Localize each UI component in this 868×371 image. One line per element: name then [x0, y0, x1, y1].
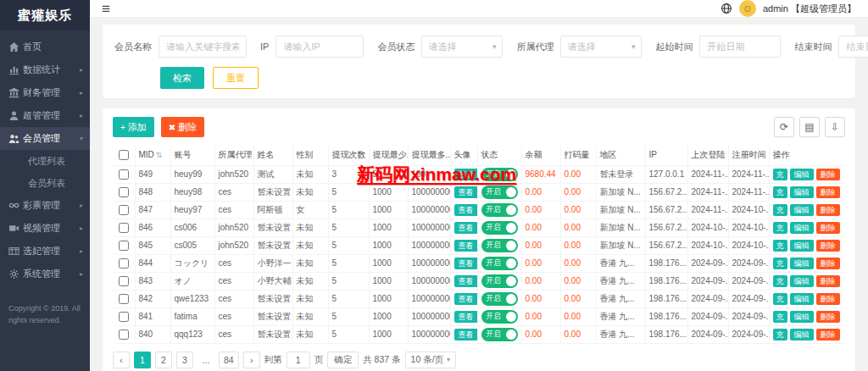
menu-toggle-icon[interactable]: ≡ [102, 2, 110, 16]
edit-button[interactable]: 编辑 [790, 240, 814, 252]
page-button-1[interactable]: 1 [134, 352, 151, 368]
recharge-button[interactable]: 充 [773, 204, 787, 216]
prev-page-button[interactable]: ‹ [113, 352, 130, 368]
filter-input-ip[interactable] [275, 36, 364, 58]
jump-confirm-button[interactable]: 确定 [327, 352, 359, 368]
filter-select-agent[interactable]: 请选择▾ [560, 36, 642, 58]
column-header-IP[interactable]: IP [645, 145, 687, 165]
recharge-button[interactable]: 充 [773, 186, 787, 198]
filter-select-status[interactable]: 请选择▾ [421, 36, 503, 58]
row-checkbox[interactable] [119, 312, 129, 322]
export-icon[interactable]: ⇩ [825, 117, 845, 137]
view-avatar-button[interactable]: 查看 [454, 186, 478, 198]
user-avatar[interactable]: ☺ [739, 0, 756, 17]
row-checkbox[interactable] [119, 329, 129, 340]
row-checkbox[interactable] [119, 241, 129, 251]
column-header-注册时间[interactable]: 注册时间 [728, 145, 769, 165]
jump-page-input[interactable] [287, 352, 310, 368]
recharge-button[interactable]: 充 [773, 169, 787, 180]
search-button[interactable]: 检索 [160, 67, 204, 89]
column-header-姓名[interactable]: 姓名 [253, 145, 292, 165]
sidebar-item-agent-list[interactable]: 代理列表 [0, 150, 90, 172]
page-button-3[interactable]: 3 [176, 352, 193, 368]
row-checkbox[interactable] [119, 276, 129, 286]
status-toggle[interactable]: 开启 [481, 310, 518, 324]
column-header-打码量[interactable]: 打码量 [560, 145, 596, 165]
edit-button[interactable]: 编辑 [790, 169, 814, 180]
edit-button[interactable]: 编辑 [790, 275, 814, 287]
reset-button[interactable]: 重置 [213, 67, 259, 89]
delete-button[interactable]: 删除 [816, 204, 840, 216]
view-avatar-button[interactable]: 查看 [454, 222, 478, 234]
delete-button[interactable]: 删除 [816, 275, 840, 287]
filter-input-start-time[interactable] [699, 36, 781, 58]
status-toggle[interactable]: 开启 [481, 168, 518, 181]
delete-button[interactable]: 删除 [816, 329, 840, 341]
view-avatar-button[interactable]: 查看 [454, 204, 478, 216]
view-avatar-button[interactable]: 查看 [454, 240, 478, 252]
filter-input-member-name[interactable] [159, 36, 247, 58]
row-checkbox[interactable] [119, 223, 129, 233]
delete-button[interactable]: 删除 [816, 222, 840, 234]
status-toggle[interactable]: 开启 [481, 203, 518, 217]
batch-delete-button[interactable]: ✖删除 [161, 117, 204, 137]
recharge-button[interactable]: 充 [773, 311, 787, 323]
next-page-button[interactable]: › [243, 352, 260, 368]
row-checkbox[interactable] [119, 187, 129, 197]
view-avatar-button[interactable]: 查看 [454, 311, 478, 323]
view-avatar-button[interactable]: 查看 [454, 329, 478, 341]
sort-icon[interactable]: ⇅ [156, 151, 163, 159]
edit-button[interactable]: 编辑 [790, 311, 814, 323]
sidebar-item-lottery[interactable]: 彩票管理▸ [0, 194, 90, 217]
status-toggle[interactable]: 开启 [481, 239, 518, 252]
column-header-性别[interactable]: 性别 [292, 145, 328, 165]
column-header-所属代理[interactable]: 所属代理 [214, 145, 253, 165]
column-header-余额[interactable]: 余额 [521, 145, 560, 165]
edit-button[interactable]: 编辑 [790, 293, 814, 305]
page-size-select[interactable]: 10 条/页▾ [405, 352, 457, 368]
row-checkbox[interactable] [119, 169, 129, 180]
sidebar-item-system[interactable]: 系统管理▸ [0, 263, 90, 285]
delete-button[interactable]: 删除 [816, 257, 840, 269]
sidebar-item-members[interactable]: 会员管理▾ [0, 127, 90, 150]
recharge-button[interactable]: 充 [773, 240, 787, 252]
column-header-提现最少...[interactable]: 提现最少... [369, 145, 408, 165]
column-header-MID[interactable]: MID⇅ [135, 145, 170, 165]
user-label[interactable]: admin 【超级管理员】 [763, 3, 856, 15]
view-avatar-button[interactable]: 查看 [454, 293, 478, 305]
select-all-checkbox[interactable] [119, 150, 129, 160]
delete-button[interactable]: 删除 [816, 169, 840, 180]
status-toggle[interactable]: 开启 [481, 274, 518, 288]
add-button[interactable]: +添加 [113, 117, 154, 137]
row-checkbox[interactable] [119, 294, 129, 304]
sidebar-item-home[interactable]: 首页 [0, 36, 90, 58]
sidebar-item-admin[interactable]: 超管管理▸ [0, 104, 90, 127]
edit-button[interactable]: 编辑 [790, 186, 814, 198]
view-avatar-button[interactable]: 查看 [454, 169, 478, 180]
sidebar-item-member-list[interactable]: 会员列表 [0, 172, 90, 194]
column-header-上次登陆[interactable]: 上次登陆 [687, 145, 728, 165]
view-avatar-button[interactable]: 查看 [454, 257, 478, 269]
delete-button[interactable]: 删除 [816, 293, 840, 305]
column-header-操作[interactable]: 操作 [769, 145, 845, 165]
status-toggle[interactable]: 开启 [481, 292, 518, 306]
status-toggle[interactable]: 开启 [481, 257, 518, 270]
delete-button[interactable]: 删除 [816, 186, 840, 198]
column-header-提现最多...[interactable]: 提现最多... [408, 145, 450, 165]
column-header-提现次数[interactable]: 提现次数 [328, 145, 369, 165]
sidebar-item-video[interactable]: 视频管理▸ [0, 217, 90, 240]
status-toggle[interactable]: 开启 [481, 186, 518, 199]
edit-button[interactable]: 编辑 [790, 204, 814, 216]
columns-icon[interactable]: ▤ [799, 117, 820, 137]
recharge-button[interactable]: 充 [773, 275, 787, 287]
row-checkbox[interactable] [119, 258, 129, 269]
delete-button[interactable]: 删除 [816, 311, 840, 323]
edit-button[interactable]: 编辑 [790, 257, 814, 269]
recharge-button[interactable]: 充 [773, 257, 787, 269]
delete-button[interactable]: 删除 [816, 240, 840, 252]
page-button-84[interactable]: 84 [219, 352, 239, 368]
page-button-2[interactable]: 2 [155, 352, 172, 368]
language-globe-icon[interactable] [721, 3, 732, 14]
sidebar-item-stats[interactable]: 数据统计▸ [0, 58, 90, 81]
column-header-头像[interactable]: 头像 [450, 145, 477, 165]
